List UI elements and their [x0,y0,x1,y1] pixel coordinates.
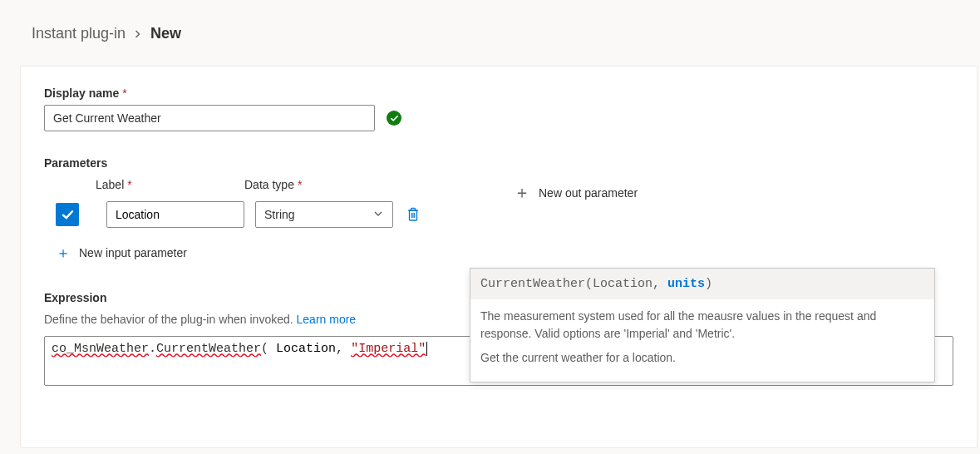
output-parameters: ＋ New out parameter [514,178,638,263]
intellisense-tooltip: CurrentWeather(Location, units) The meas… [470,268,935,382]
parameter-type-dropdown[interactable]: String [255,201,393,228]
parameter-checkbox[interactable] [56,203,79,226]
parameter-label-input[interactable] [106,201,244,228]
check-circle-icon [387,111,401,126]
display-name-label: Display name* [44,86,953,100]
input-parameters: Label* Data type* String [44,178,422,263]
chevron-down-icon [372,208,384,222]
plus-icon: ＋ [514,181,530,204]
chevron-right-icon [134,25,142,42]
parameter-row: String [56,201,422,228]
new-input-parameter-button[interactable]: ＋ New input parameter [56,243,422,263]
breadcrumb: Instant plug-in New [0,0,980,42]
required-star: * [122,86,126,100]
delete-icon[interactable] [404,205,422,224]
intellisense-signature: CurrentWeather(Location, units) [470,269,934,299]
label-column-header: Label* [96,178,234,191]
display-name-input[interactable] [44,105,375,131]
parameters-heading: Parameters [44,156,953,170]
text-cursor [426,342,427,356]
type-column-header: Data type* [244,178,382,191]
new-out-parameter-button[interactable]: ＋ New out parameter [514,181,638,204]
learn-more-link[interactable]: Learn more [297,313,357,326]
breadcrumb-parent[interactable]: Instant plug-in [32,25,126,42]
intellisense-description: The measurement system used for all the … [470,299,934,382]
plus-icon: ＋ [56,243,71,263]
form-panel: Display name* Parameters Label* Data typ… [20,66,978,448]
breadcrumb-current: New [150,25,181,42]
